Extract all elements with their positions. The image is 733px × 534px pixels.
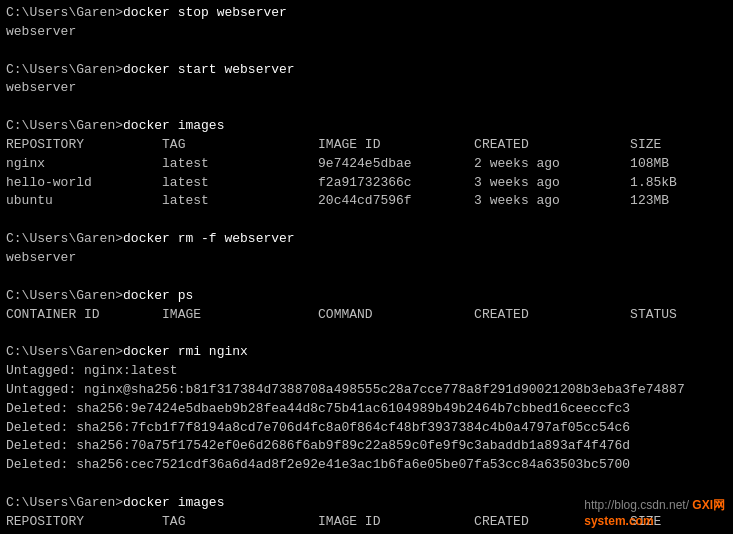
terminal-line: Untagged: nginx:latest — [6, 362, 727, 381]
command-text: docker ps — [123, 288, 193, 303]
command-text: docker images — [123, 495, 224, 510]
terminal-line: Deleted: sha256:9e7424e5dbaeb9b28fea44d8… — [6, 400, 727, 419]
prompt-text: C:\Users\Garen> — [6, 288, 123, 303]
watermark-url: http://blog.csdn.net/ — [584, 498, 689, 512]
prompt-text: C:\Users\Garen> — [6, 5, 123, 20]
terminal-line: C:\Users\Garen>docker images — [6, 117, 727, 136]
command-text: docker start webserver — [123, 62, 295, 77]
terminal-line — [6, 475, 727, 494]
terminal-line: CONTAINER ID IMAGE COMMAND CREATED STATU… — [6, 306, 727, 325]
terminal-line: Deleted: sha256:7fcb1f7f8194a8cd7e706d4f… — [6, 419, 727, 438]
terminal-line: REPOSITORY TAG IMAGE ID CREATED SIZE — [6, 136, 727, 155]
terminal-line: Deleted: sha256:70a75f17542ef0e6d2686f6a… — [6, 437, 727, 456]
terminal-line — [6, 98, 727, 117]
terminal-line: C:\Users\Garen>docker rmi nginx — [6, 343, 727, 362]
terminal-line: ubuntu latest 20c44cd7596f 3 weeks ago 1… — [6, 192, 727, 211]
terminal-line: webserver — [6, 249, 727, 268]
terminal-line: Deleted: sha256:cec7521cdf36a6d4ad8f2e92… — [6, 456, 727, 475]
terminal-line: webserver — [6, 79, 727, 98]
terminal-line: C:\Users\Garen>docker start webserver — [6, 61, 727, 80]
prompt-text: C:\Users\Garen> — [6, 118, 123, 133]
prompt-text: C:\Users\Garen> — [6, 231, 123, 246]
watermark: http://blog.csdn.net/ GXI网system.com — [584, 497, 725, 528]
terminal-line: nginx latest 9e7424e5dbae 2 weeks ago 10… — [6, 155, 727, 174]
terminal-line: C:\Users\Garen>docker ps — [6, 287, 727, 306]
prompt-text: C:\Users\Garen> — [6, 62, 123, 77]
terminal-line — [6, 268, 727, 287]
terminal-window: C:\Users\Garen>docker stop webserverwebs… — [0, 0, 733, 534]
command-text: docker rm -f webserver — [123, 231, 295, 246]
terminal-line: hello-world latest f2a91732366c 3 weeks … — [6, 174, 727, 193]
command-text: docker stop webserver — [123, 5, 287, 20]
terminal-line: C:\Users\Garen>docker rm -f webserver — [6, 230, 727, 249]
command-text: docker images — [123, 118, 224, 133]
command-text: docker rmi nginx — [123, 344, 248, 359]
prompt-text: C:\Users\Garen> — [6, 495, 123, 510]
terminal-line: Untagged: nginx@sha256:b81f317384d738870… — [6, 381, 727, 400]
terminal-content: C:\Users\Garen>docker stop webserverwebs… — [6, 4, 727, 534]
terminal-line — [6, 211, 727, 230]
terminal-line — [6, 324, 727, 343]
terminal-line: webserver — [6, 23, 727, 42]
terminal-line: C:\Users\Garen>docker stop webserver — [6, 4, 727, 23]
terminal-line — [6, 42, 727, 61]
prompt-text: C:\Users\Garen> — [6, 344, 123, 359]
